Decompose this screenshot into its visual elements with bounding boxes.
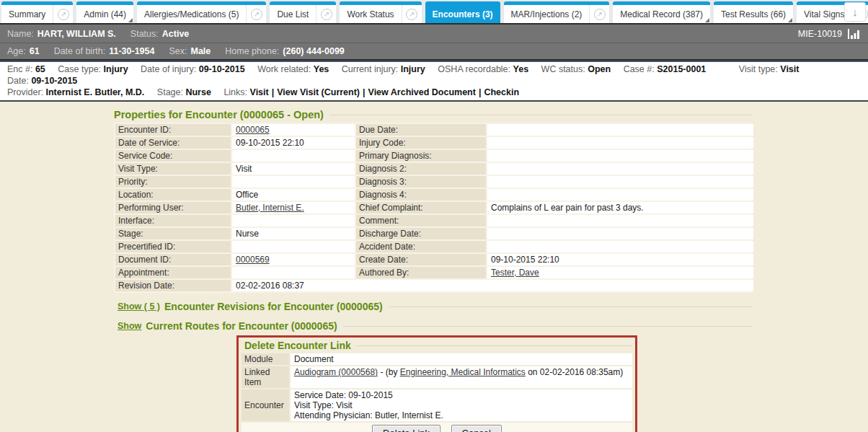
prop-label: Diagnosis 3:: [356, 176, 486, 188]
prop-label: Visit Type:: [115, 163, 231, 175]
prop-value: [232, 150, 355, 162]
tab-allergies-medications[interactable]: Allergies/Medications (5) ↗: [137, 1, 266, 23]
prop-label: Appointment:: [115, 267, 231, 278]
popout-arrow-icon: ↗: [406, 9, 417, 20]
popout-button[interactable]: ↗: [402, 5, 422, 23]
popout-button[interactable]: ↗: [246, 5, 266, 23]
module-label: Module: [242, 353, 289, 365]
prop-label: Chief Complaint:: [356, 202, 486, 213]
tab-label: Due List: [270, 9, 316, 19]
heading-rule: [357, 345, 632, 346]
tab-medical-record[interactable]: Medical Record (387): [613, 1, 710, 23]
link-view-visit-current[interactable]: View Visit (Current): [277, 87, 360, 97]
tab-label: Work Status: [340, 9, 401, 19]
module-value: Document: [291, 353, 632, 365]
enc-number: Enc #: 65: [7, 63, 45, 75]
patient-name-bar: Name: HART, WILLIAM S. Status: Active MI…: [0, 23, 868, 43]
prop-value: [232, 176, 355, 188]
patient-sex: Male: [190, 46, 211, 56]
tab-label: Medical Record (387): [613, 9, 710, 19]
prop-label: Priority:: [115, 176, 231, 188]
tab-label: Test Results (66): [714, 9, 793, 19]
prop-value: [487, 124, 753, 136]
routes-section-header: Show Current Routes for Encounter (00000…: [118, 320, 752, 332]
encounter-info-line1: Enc #: 65 Case type: Injury Date of inju…: [7, 63, 861, 87]
cancel-button[interactable]: Cancel: [451, 425, 502, 432]
tab-test-results[interactable]: Test Results (66): [714, 1, 793, 23]
prop-label: Accident Date:: [356, 241, 486, 252]
encounter-id-link[interactable]: 0000065: [236, 125, 270, 135]
document-id-link[interactable]: 0000569: [236, 255, 270, 265]
prop-label: Document ID:: [115, 254, 231, 265]
encounter-label: Encounter: [242, 389, 289, 421]
tab-work-status[interactable]: Work Status ↗: [340, 1, 421, 23]
tab-scroll-down-button[interactable]: ↓: [844, 2, 866, 22]
tab-due-list[interactable]: Due List ↗: [270, 1, 336, 23]
delete-encounter-link-dialog: Delete Encounter Link Module Document Li…: [236, 335, 637, 432]
name-label: Name:: [7, 29, 34, 39]
tab-encounters[interactable]: Encounters (3): [425, 1, 500, 23]
delete-dialog-title: Delete Encounter Link: [244, 340, 632, 351]
popout-arrow-icon: ↗: [251, 9, 262, 20]
prop-value-performing-user: Butler, Internist E.: [232, 202, 355, 213]
tab-label: Admin (44): [76, 9, 133, 19]
linked-item-label: Linked Item: [242, 366, 289, 388]
linked-user-link[interactable]: Engineering, Medical Informatics: [400, 367, 526, 377]
tab-label: Allergies/Medications (5): [137, 9, 246, 19]
encounter-visit-type: Visit Type: Visit: [294, 400, 629, 410]
age-label: Age:: [7, 46, 26, 56]
prop-label: Discharge Date:: [356, 228, 486, 239]
provider: Provider: Internist E. Butler, M.D.: [7, 87, 144, 98]
tab-label: Encounters (3): [425, 9, 500, 19]
popout-button[interactable]: ↗: [316, 5, 336, 23]
date-of-injury: Date of injury: 09-10-2015: [141, 63, 245, 75]
status-label: Status:: [130, 29, 159, 39]
popout-arrow-icon: ↗: [594, 9, 606, 20]
prop-value: [487, 215, 753, 226]
prop-value-authored-by: Tester, Dave: [487, 267, 753, 278]
prop-value-encounter-id: 0000065: [232, 124, 355, 136]
links-label: Links:: [223, 87, 247, 97]
prop-value: Visit: [232, 163, 355, 175]
bar-chart-icon[interactable]: [848, 29, 861, 39]
prop-value: [487, 228, 753, 239]
prop-label: Interface:: [115, 215, 231, 226]
prop-label: Create Date:: [356, 254, 486, 265]
performing-user-link[interactable]: Butler, Internist E.: [236, 203, 304, 213]
submenu-corner-icon: [705, 18, 709, 22]
link-checkin[interactable]: Checkin: [484, 87, 519, 97]
show-routes-link[interactable]: Show: [118, 321, 141, 331]
osha-recordable: OSHA recordable: Yes: [438, 63, 528, 75]
popout-arrow-icon: ↗: [321, 9, 332, 20]
link-separator: |: [479, 87, 482, 97]
prop-label: Location:: [115, 189, 231, 200]
linked-document-link[interactable]: Audiogram (0000568): [294, 367, 378, 377]
tab-mar-injections[interactable]: MAR/Injections (2) ↗: [504, 1, 610, 23]
tab-admin[interactable]: Admin (44): [76, 1, 133, 23]
dob-label: Date of birth:: [54, 46, 106, 56]
prop-label: Precertified ID:: [115, 241, 231, 252]
popout-button[interactable]: ↗: [53, 5, 73, 23]
prop-label: Diagnosis 4:: [356, 189, 486, 200]
show-revisions-link[interactable]: Show ( 5 ): [118, 301, 160, 312]
link-visit[interactable]: Visit: [250, 87, 269, 97]
submenu-corner-icon: [788, 18, 792, 22]
prop-value: [487, 241, 753, 252]
encounter-detail-panel: Properties for Encounter (0000065 - Open…: [0, 102, 868, 432]
current-injury: Current injury: Injury: [342, 63, 425, 75]
prop-value: [232, 215, 355, 226]
patient-dob: 11-30-1954: [109, 46, 154, 56]
link-view-archived-document[interactable]: View Archived Document: [368, 87, 476, 97]
popout-button[interactable]: ↗: [589, 5, 609, 23]
link-separator: |: [363, 87, 366, 97]
heading-rule: [343, 326, 752, 327]
tab-label: MAR/Injections (2): [504, 9, 590, 19]
delete-link-button[interactable]: Delete Link: [372, 425, 440, 432]
authored-by-link[interactable]: Tester, Dave: [491, 268, 539, 278]
submenu-corner-icon: [128, 18, 133, 22]
prop-value: [232, 241, 355, 252]
linked-item-tail: on 02-02-2016 08:35am): [526, 367, 623, 377]
patient-demographics-bar: Age: 61 Date of birth: 11-30-1954 Sex: M…: [0, 43, 868, 61]
encounter-info-bar: Enc #: 65 Case type: Injury Date of inju…: [0, 61, 868, 102]
tab-summary[interactable]: Summary ↗: [1, 1, 73, 23]
